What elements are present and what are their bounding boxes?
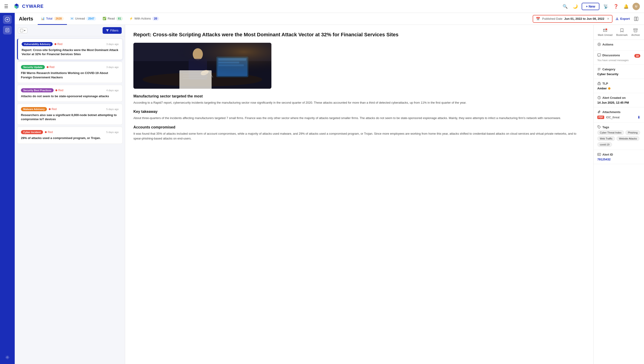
card-severity-2: Red (56, 89, 63, 92)
card-time-0: 3 days ago (106, 43, 119, 46)
date-filter-value: Jun 01, 2022 to Jun 08, 2022 (564, 17, 604, 20)
clock-icon (597, 96, 601, 100)
card-title-4: 29% of attacks used a compromised progra… (21, 136, 119, 140)
svg-rect-10 (634, 17, 636, 21)
calendar-icon: 📅 (536, 17, 540, 21)
filter-button[interactable]: Filters (103, 27, 122, 34)
card-tag-4: Cyber Incident (21, 130, 43, 134)
alert-card-4[interactable]: Cyber Incident Red 5 days ago 29% of att… (17, 126, 123, 144)
tags-row: Cyber Threat IndexPhishingWeb TrafficWeb… (597, 130, 640, 147)
archive-action[interactable]: Archive (631, 28, 640, 36)
tab-icon-with_actions: ⚡ (129, 17, 133, 20)
alert-list: Vulnerability Advisory Red 3 days ago Re… (15, 36, 125, 364)
dark-mode-icon[interactable]: 🌙 (571, 3, 579, 10)
discussions-section[interactable]: Discussions 18 You have unread messages (594, 50, 644, 64)
severity-dot-0 (55, 43, 56, 45)
svg-point-9 (7, 357, 8, 358)
card-tag-0: Vulnerability Advisory (22, 42, 53, 46)
discussions-subtitle: You have unread messages (597, 59, 640, 62)
checkbox-dropdown-arrow[interactable]: ▾ (24, 29, 25, 32)
alert-created-section: Alert Created on 14 Jun 2020, 12:45 PM (594, 93, 644, 107)
alert-created-value: 14 Jun 2020, 12:45 PM (597, 101, 640, 104)
tab-read[interactable]: ✅Read81 (99, 13, 126, 25)
tag-pill-3[interactable]: Website Attacks (616, 136, 639, 141)
top-bar: ☰ CYWARE 🔍 🌙 + New 📡 ❓ 🔔 U (0, 0, 644, 13)
tlp-amber-dot (608, 87, 610, 90)
card-top-2: Security Best Practices Red 4 days ago (21, 88, 119, 92)
tlp-icon (597, 82, 601, 85)
tab-label-unread: Unread (75, 17, 85, 20)
filter-label: Filters (110, 29, 118, 32)
search-icon[interactable]: 🔍 (561, 3, 569, 10)
tag-pill-4[interactable]: covid-19 (597, 142, 612, 147)
date-filter-clear[interactable]: × (607, 17, 609, 21)
actions-section: Actions (594, 40, 644, 50)
tag-icon (597, 125, 601, 129)
rss-icon[interactable]: 📡 (602, 3, 609, 10)
document-nav-icon[interactable] (3, 26, 12, 34)
mark-unread-icon (603, 28, 607, 33)
alert-id-section: Alert ID 79125432 (594, 150, 644, 164)
category-title-text: Category (602, 68, 615, 71)
tag-pill-2[interactable]: Web Traffic (597, 136, 615, 141)
list-toolbar: ▾ Filters (15, 25, 125, 36)
tag-pill-1[interactable]: Phishing (625, 130, 640, 135)
card-tag-3: Malware Advisory (21, 107, 47, 111)
hamburger-icon[interactable]: ☰ (4, 4, 8, 9)
card-top-4: Cyber Incident Red 5 days ago (21, 130, 119, 134)
help-icon[interactable]: ❓ (612, 3, 620, 10)
alert-card-2[interactable]: Security Best Practices Red 4 days ago A… (17, 85, 123, 102)
export-label: Export (620, 17, 630, 20)
attachments-title-row: Attachments (597, 110, 640, 114)
select-checkbox[interactable]: ▾ (18, 28, 27, 33)
export-button[interactable]: Export (612, 16, 632, 22)
alert-id-value: 79125432 (597, 158, 640, 161)
bell-icon[interactable]: 🔔 (622, 3, 630, 10)
actions-section-icon (597, 42, 601, 46)
attachments-section: Attachments PDF IOC_threat ⬇ (594, 107, 644, 122)
mark-unread-action[interactable]: Mark Unread (598, 28, 612, 36)
new-button[interactable]: + New (582, 3, 599, 10)
alert-card-3[interactable]: Malware Advisory Red 5 days ago Research… (17, 104, 123, 125)
card-severity-0: Red (55, 42, 62, 46)
right-panel: Mark Unread Bookmark (593, 25, 644, 364)
detail-hero-image (133, 43, 271, 89)
tags-section: Tags Cyber Threat IndexPhishingWeb Traff… (594, 122, 644, 150)
bookmark-action[interactable]: Bookmark (616, 28, 628, 36)
alert-card-0[interactable]: Vulnerability Advisory Red 3 days ago Re… (17, 38, 123, 60)
discussions-title-row: Discussions (597, 53, 620, 57)
tab-unread[interactable]: 📧Unread2547 (67, 13, 99, 25)
avatar[interactable]: U (632, 3, 640, 10)
download-icon[interactable]: ⬇ (637, 115, 640, 120)
csap-nav-icon[interactable] (3, 15, 12, 24)
tlp-title-row: TLP (597, 82, 640, 85)
select-all-checkbox[interactable] (20, 29, 23, 32)
bookmark-label: Bookmark (616, 34, 628, 36)
mark-unread-label: Mark Unread (598, 34, 612, 36)
card-tag-2: Security Best Practices (21, 88, 54, 92)
settings-nav-icon[interactable] (3, 353, 12, 362)
tab-total[interactable]: 📊Total2628 (38, 13, 67, 25)
card-title-1: FBI Warns Research Institutions Working … (21, 71, 119, 79)
columns-button[interactable] (632, 15, 640, 22)
card-severity-1: Red (47, 66, 55, 69)
archive-icon (633, 28, 638, 33)
card-time-3: 5 days ago (106, 108, 119, 110)
tab-icon-total: 📊 (41, 17, 45, 20)
card-severity-4: Red (45, 130, 53, 134)
right-actions-row: Mark Unread Bookmark (594, 25, 644, 40)
tlp-value: Amber (597, 87, 607, 90)
cyware-logo-icon (13, 3, 20, 10)
category-title-row: Category (597, 67, 640, 71)
category-value: Cyber Security (597, 72, 640, 76)
card-title-3: Researchers also saw a significant 8,000… (21, 113, 119, 121)
card-tag-1: Security Update (21, 65, 45, 69)
alert-card-1[interactable]: Security Update Red 3 days ago FBI Warns… (17, 62, 123, 83)
export-icon (615, 17, 619, 21)
section1-title: Manufacturing sector targeted the most (133, 94, 585, 98)
category-icon (597, 67, 601, 71)
card-title-0: Report: Cross-site Scripting Attacks wer… (22, 48, 119, 56)
tag-pill-0[interactable]: Cyber Threat Index (597, 130, 624, 135)
date-filter[interactable]: 📅 Published Date Jun 01, 2022 to Jun 08,… (533, 15, 612, 23)
tab-with_actions[interactable]: ⚡With Actions20 (126, 13, 162, 25)
